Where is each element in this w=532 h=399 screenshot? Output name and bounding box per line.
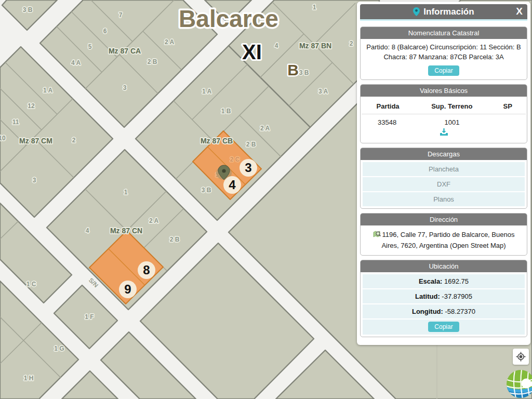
parcel-badge-number: 8 bbox=[143, 263, 150, 277]
ubicacion-row: Latitud: -37.87905 bbox=[363, 289, 525, 304]
download-item-planos[interactable]: Planos bbox=[363, 192, 525, 206]
section-valores: Valores Básicos PartidaSup. TerrenoSP 33… bbox=[360, 84, 527, 143]
parcel-label: 10 bbox=[0, 135, 6, 142]
nomenclatura-text: Partido: 8 (Balcarce) Circunscripción: 1… bbox=[361, 39, 527, 64]
parcel-label: 2 B bbox=[170, 236, 180, 243]
download-item-plancheta[interactable]: Plancheta bbox=[363, 162, 525, 177]
block-label: Mz 87 CB bbox=[201, 137, 233, 145]
crosshair-icon bbox=[516, 352, 526, 362]
section-nomenclatura: Nomenclatura Catastral Partido: 8 (Balca… bbox=[360, 26, 527, 80]
section-nomenclatura-header: Nomenclatura Catastral bbox=[361, 27, 527, 39]
parcel-badge-number: 3 bbox=[245, 161, 251, 175]
valores-table-row: 335481001 bbox=[361, 114, 527, 127]
panel-titlebar: Información X bbox=[360, 4, 527, 21]
parcel-label: 2 bbox=[72, 137, 76, 144]
valores-table-header: PartidaSup. TerrenoSP bbox=[362, 100, 526, 114]
valores-cell: 1001 bbox=[414, 118, 490, 126]
info-panel: Información X Nomenclatura Catastral Par… bbox=[357, 2, 530, 345]
block-label: Mz 87 BN bbox=[299, 42, 331, 50]
parcel-label: 1 C bbox=[26, 281, 36, 288]
valores-column-header: SP bbox=[489, 102, 526, 110]
parcel-label: 4 bbox=[86, 227, 89, 234]
parcel-label: 2 bbox=[350, 40, 353, 47]
copy-ubicacion-button[interactable]: Copiar bbox=[428, 322, 459, 332]
parcel-label: 2 B bbox=[246, 141, 256, 148]
ubicacion-row: Longitud: -58.27370 bbox=[363, 304, 525, 320]
parcel-label: 1 F bbox=[85, 313, 94, 321]
app-logo bbox=[506, 369, 532, 399]
parcel-label: 3 B bbox=[299, 69, 309, 76]
download-item-dxf[interactable]: DXF bbox=[363, 177, 525, 192]
section-descargas: Descargas PlanchetaDXFPlanos bbox=[360, 148, 527, 209]
valores-column-header: Sup. Terreno bbox=[414, 102, 489, 110]
highlight-parcel-label: 2 C bbox=[230, 156, 240, 163]
parcel-label: 2 A bbox=[165, 38, 175, 46]
parcel-label: 2 A bbox=[260, 125, 270, 132]
locate-button[interactable] bbox=[513, 349, 529, 365]
direccion-text: 1196, Calle 77, Partido de Balcarce, Bue… bbox=[381, 231, 514, 250]
section-descargas-header: Descargas bbox=[361, 148, 527, 160]
parcel-badge-number: 4 bbox=[229, 178, 236, 192]
gis-app: { "panel": { "title": "Información", "cl… bbox=[0, 0, 532, 399]
parcel-label: 1 A bbox=[43, 87, 53, 94]
location-pin-icon bbox=[413, 7, 420, 16]
valores-cell bbox=[490, 118, 527, 126]
block-label: Mz 87 CM bbox=[19, 137, 52, 145]
section-ubicacion-header: Ubicación bbox=[361, 260, 527, 272]
parcel-label: 1 bbox=[124, 189, 128, 196]
parcel-label: 1 B bbox=[221, 108, 231, 115]
parcel-label: 4 bbox=[275, 42, 278, 49]
parcel-label: 3 A bbox=[318, 88, 328, 95]
parcel-label: 3 B bbox=[23, 6, 33, 14]
valores-cell: 33548 bbox=[361, 118, 414, 126]
parcel-label: 4 A bbox=[71, 59, 81, 66]
parcel-label: 5 bbox=[88, 43, 92, 50]
parcel-label: 7 bbox=[119, 11, 123, 19]
panel-title: Información bbox=[423, 7, 474, 17]
parcel-label: 11 bbox=[12, 118, 19, 126]
parcel-label: 3 B bbox=[202, 187, 211, 194]
section-letter-label: B bbox=[287, 61, 299, 78]
parcel-label: 2 A bbox=[149, 217, 159, 224]
parcel-label: 1 bbox=[313, 4, 316, 11]
map-search-icon bbox=[373, 231, 381, 241]
city-label: Balcarce bbox=[179, 5, 278, 32]
parcel-label: 3 bbox=[33, 177, 36, 184]
parcel-badge-number: 9 bbox=[124, 282, 131, 296]
section-valores-header: Valores Básicos bbox=[361, 85, 527, 97]
section-direccion-header: Dirección bbox=[361, 214, 527, 225]
parcel-label: 1 G bbox=[54, 345, 64, 352]
valores-column-header: Partida bbox=[362, 102, 414, 110]
block-label: Mz 87 CA bbox=[109, 47, 141, 55]
parcel-label: 1 H bbox=[24, 375, 34, 382]
section-ubicacion: Ubicación Escala: 1692.75Latitud: -37.87… bbox=[360, 260, 527, 337]
block-label: Mz 87 CN bbox=[110, 227, 142, 235]
download-icon[interactable] bbox=[440, 128, 448, 136]
parcel-label: 1 A bbox=[202, 88, 212, 95]
close-icon[interactable]: X bbox=[516, 6, 523, 17]
parcel-label: 3 bbox=[123, 84, 127, 91]
section-direccion: Dirección 1196, Calle 77, Partido de Bal… bbox=[360, 213, 527, 256]
parcel-label: 12 bbox=[28, 102, 35, 110]
roman-section-label: XI bbox=[242, 41, 262, 63]
ubicacion-row: Escala: 1692.75 bbox=[363, 274, 525, 289]
copy-nomenclatura-button[interactable]: Copiar bbox=[428, 65, 459, 76]
parcel-label: 6 bbox=[103, 28, 107, 35]
parcel-label: 2 B bbox=[148, 58, 157, 65]
